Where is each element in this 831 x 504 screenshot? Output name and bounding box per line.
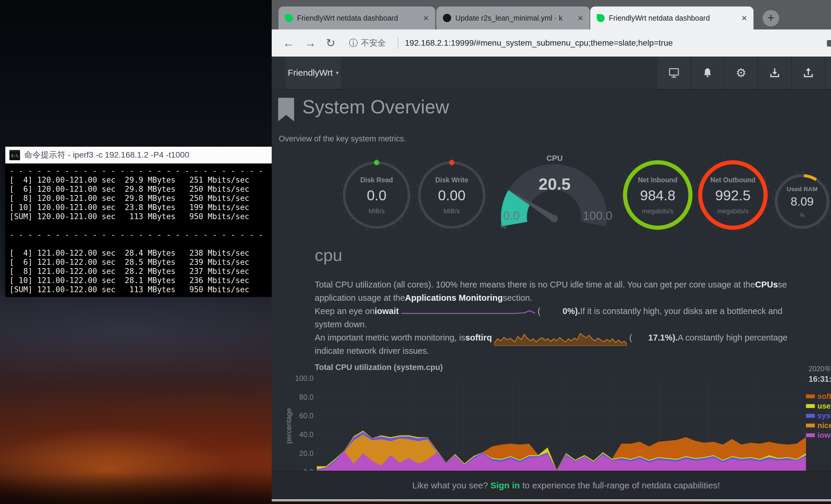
- netdata-favicon-icon: [285, 14, 293, 22]
- applications-monitoring-link[interactable]: Applications Monitoring: [405, 291, 503, 304]
- gauge-title: Net Outbound: [694, 176, 771, 184]
- tab-netdata-2-active[interactable]: FriendlyWrt netdata dashboard ×: [590, 6, 753, 29]
- gauge-disk-read[interactable]: Disk Read 0.0 MiB/s: [338, 157, 415, 233]
- terminal-title: 命令提示符 - iperf3 -c 192.168.1.2 -P4 -t1000: [24, 149, 189, 160]
- gauge-unit: %: [770, 212, 831, 218]
- paragraph-line: An important metric worth monitoring, is…: [315, 331, 831, 344]
- browser-toolbar: ← → ↻ ⓘ 不安全 192.168.2.1:19999/#menu_syst…: [272, 29, 831, 57]
- terminal-line: - - - - - - - - - - - - - - - - - - - - …: [9, 230, 267, 239]
- paragraph-line: indicate network driver issues.: [315, 344, 831, 358]
- terminal-line: [ 4] 120.00-121.00 sec 29.9 MBytes 251 M…: [9, 176, 267, 185]
- gauge-title: Net Inbound: [620, 176, 696, 184]
- legend-item-softirq[interactable]: softirq: [806, 392, 831, 400]
- text: A constantly high percentage: [678, 331, 787, 344]
- text: An important metric worth monitoring, is: [315, 331, 465, 344]
- cmd-icon: C:\: [9, 150, 20, 160]
- host-dropdown[interactable]: FriendlyWrt ▾: [286, 57, 341, 89]
- monitor-icon: [668, 67, 680, 79]
- chart-date: 2020年3: [809, 364, 831, 374]
- tab-netdata-1[interactable]: FriendlyWrt netdata dashboard ×: [279, 6, 435, 29]
- gauge-value: 0.0: [338, 187, 415, 204]
- terminal-line: [ 6] 120.00-121.00 sec 29.8 MBytes 250 M…: [9, 185, 267, 194]
- gauge-min: 0.0: [503, 209, 520, 223]
- chart-legend: softirqusersystemniceiowait: [806, 392, 831, 439]
- text: section.: [503, 291, 532, 304]
- terminal-line: [SUM] 120.00-121.00 sec 113 MBytes 950 M…: [9, 212, 267, 221]
- tab-github[interactable]: Update r2s_lean_minimal.yml · k ×: [436, 6, 590, 29]
- gauge-dot-red: [449, 160, 454, 165]
- legend-label: user: [818, 402, 831, 411]
- export-button[interactable]: [792, 57, 825, 89]
- terminal-window[interactable]: C:\ 命令提示符 - iperf3 -c 192.168.1.2 -P4 -t…: [5, 147, 272, 291]
- signin-link[interactable]: Sign in: [490, 480, 520, 490]
- gauge-title: CPU: [498, 154, 611, 163]
- netdata-navbar: FriendlyWrt ▾ ⚙: [272, 57, 831, 90]
- reload-button[interactable]: ↻: [326, 29, 335, 57]
- legend-item-nice[interactable]: nice: [806, 421, 831, 429]
- gauge-net-inbound[interactable]: Net Inbound 984.8 megabits/s: [620, 157, 696, 233]
- gauge-title: Used RAM: [770, 185, 831, 192]
- site-info-icon[interactable]: ⓘ: [349, 29, 358, 57]
- section-heading-cpu: cpu: [315, 245, 342, 265]
- legend-item-user[interactable]: user: [806, 402, 831, 410]
- paragraph-line: Total CPU utilization (all cores). 100% …: [315, 278, 831, 291]
- nodes-view-button[interactable]: [658, 57, 690, 89]
- cpus-link[interactable]: CPUs: [755, 278, 778, 291]
- gauge-disk-write[interactable]: Disk Write 0.00 MiB/s: [413, 157, 490, 233]
- tab-close-icon[interactable]: ×: [741, 13, 747, 23]
- settings-button[interactable]: ⚙: [725, 57, 757, 89]
- terminal-line: [ 10] 121.00-122.00 sec 28.1 MBytes 236 …: [9, 276, 267, 285]
- gauge-cpu[interactable]: CPU 20.5 0.0 100.0 %: [498, 154, 611, 231]
- omnibox-separator: [398, 37, 398, 49]
- chart-time: 16:31:2: [809, 375, 831, 384]
- text: (: [629, 331, 632, 344]
- y-tick: 60.0: [289, 412, 314, 420]
- gauge-net-outbound[interactable]: Net Outbound 992.5 megabits/s: [694, 157, 771, 233]
- gauge-unit: megabits/s: [620, 207, 696, 215]
- iowait-sparkline: [401, 307, 535, 316]
- legend-label: softirq: [818, 392, 831, 401]
- legend-swatch-icon: [806, 433, 815, 437]
- y-axis-label: percentage: [285, 396, 293, 455]
- terminal-line: [ 6] 121.00-122.00 sec 28.5 MBytes 239 M…: [9, 258, 267, 267]
- host-name: FriendlyWrt: [288, 68, 333, 78]
- text: Total CPU utilization (all cores). 100% …: [315, 278, 755, 291]
- y-tick: 40.0: [289, 431, 314, 439]
- gauge-value: 20.5: [498, 174, 611, 194]
- page-subtitle: Overview of the key system metrics.: [279, 134, 406, 144]
- bookmark-icon: [278, 98, 294, 122]
- terminal-titlebar[interactable]: C:\ 命令提示符 - iperf3 -c 192.168.1.2 -P4 -t…: [5, 147, 272, 164]
- forward-button[interactable]: →: [305, 29, 316, 57]
- gauge-title: Disk Read: [338, 176, 415, 184]
- gauge-used-ram[interactable]: Used RAM 8.09 %: [770, 169, 831, 234]
- gauge-max: 100.0: [583, 209, 612, 223]
- terminal-line: [9, 221, 267, 230]
- y-tick: 100.0: [289, 374, 314, 383]
- import-button[interactable]: [758, 57, 791, 89]
- browser-window: FriendlyWrt netdata dashboard × Update r…: [272, 0, 831, 502]
- gauge-value: 0.00: [413, 187, 490, 204]
- alarms-button[interactable]: [691, 57, 724, 89]
- gauge-value: 992.5: [694, 187, 771, 204]
- chart-title: Total CPU utilization (system.cpu): [315, 363, 443, 372]
- extension-icon[interactable]: [827, 40, 831, 47]
- legend-item-system[interactable]: system: [806, 412, 831, 419]
- tab-close-icon[interactable]: ×: [423, 13, 429, 23]
- legend-swatch-icon: [806, 404, 815, 408]
- new-tab-button[interactable]: +: [763, 10, 779, 27]
- tab-close-icon[interactable]: ×: [578, 13, 583, 23]
- print-button-partial[interactable]: [826, 57, 831, 89]
- legend-label: system: [818, 411, 831, 420]
- security-chip[interactable]: 不安全: [361, 29, 386, 57]
- cpu-utilization-chart[interactable]: [317, 378, 806, 472]
- gear-icon: ⚙: [736, 66, 746, 80]
- gauge-unit: megabits/s: [694, 207, 771, 215]
- legend-item-iowait[interactable]: iowait: [806, 431, 831, 439]
- back-button[interactable]: ←: [283, 29, 294, 57]
- netdata-favicon-icon: [597, 14, 605, 22]
- terminal-output: - - - - - - - - - - - - - - - - - - - - …: [5, 164, 272, 297]
- tab-title: Update r2s_lean_minimal.yml · k: [455, 14, 573, 22]
- y-tick: 20.0: [289, 449, 314, 458]
- text: application usage at the: [315, 291, 405, 304]
- address-url[interactable]: 192.168.2.1:19999/#menu_system_submenu_c…: [405, 29, 811, 57]
